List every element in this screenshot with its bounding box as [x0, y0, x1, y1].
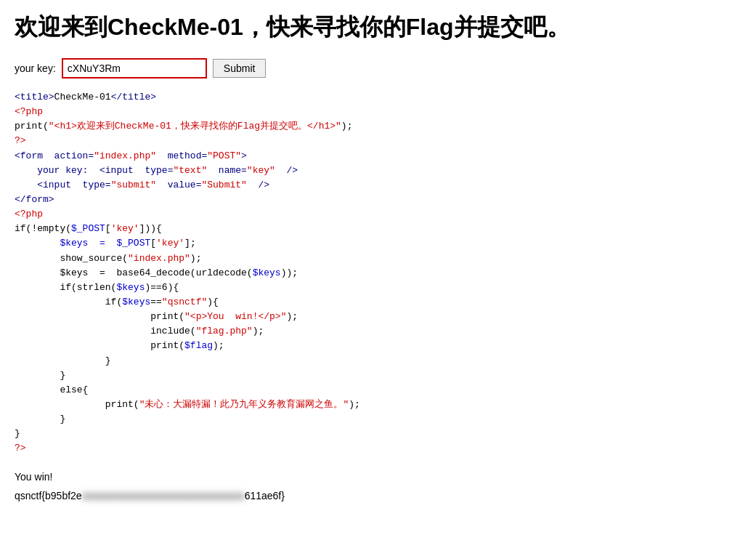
code-token: )); — [281, 267, 298, 278]
source-line: print($flag); — [15, 339, 741, 353]
code-token: $keys = — [15, 238, 116, 249]
code-token: "key" — [247, 165, 275, 176]
code-token: "index.php" — [94, 150, 156, 161]
source-line: <?php — [15, 105, 741, 119]
code-token: "index.php" — [128, 253, 190, 264]
source-line: if(!empty($_POST['key'])){ — [15, 222, 741, 236]
source-line: your key: <input type="text" name="key" … — [15, 164, 741, 178]
code-token: <form action= — [15, 150, 94, 161]
code-token: $keys — [122, 297, 150, 307]
code-token: print( — [15, 121, 49, 132]
code-token: "<h1>欢迎来到CheckMe-01，快来寻找你的Flag并提交吧。</h1>… — [49, 121, 341, 132]
source-line: } — [15, 412, 741, 427]
code-token: ); — [213, 340, 224, 351]
code-token: <input type= — [15, 180, 111, 190]
source-line: if(strlen($keys)==6){ — [15, 281, 741, 295]
source-line: } — [15, 354, 741, 368]
form-label: your key: — [15, 63, 56, 74]
code-token: include( — [15, 326, 196, 337]
code-token: your key: <input type= — [15, 165, 173, 176]
code-token: $keys — [253, 267, 281, 278]
code-token: ){ — [207, 297, 219, 307]
source-line: $keys = $_POST['key']; — [15, 236, 741, 251]
source-line: show_source("index.php"); — [15, 251, 741, 266]
code-token: name= — [207, 165, 247, 176]
source-line: print("<h1>欢迎来到CheckMe-01，快来寻找你的Flag并提交吧… — [15, 119, 741, 134]
source-code-block: <title>CheckMe-01</title><?phpprint("<h1… — [15, 90, 741, 456]
code-token: 'key' — [156, 238, 184, 249]
code-token: print( — [15, 311, 184, 322]
code-token: ); — [253, 326, 264, 337]
flag-text: qsnctf{b95bf2exxxxxxxxxxxxxxxxxxxxxxxxxx… — [15, 490, 741, 501]
source-line: $keys = base64_decode(urldecode($keys)); — [15, 266, 741, 281]
page-title: 欢迎来到CheckMe-01，快来寻找你的Flag并提交吧。 — [15, 12, 741, 44]
you-win-text: You win! — [15, 471, 741, 483]
flag-blurred: xxxxxxxxxxxxxxxxxxxxxxxxxxxxxxxx — [82, 490, 245, 501]
flag-suffix: 611ae6f} — [245, 490, 285, 501]
code-token: CheckMe-01 — [54, 92, 111, 102]
code-token: > — [241, 150, 247, 161]
code-token: } — [15, 428, 20, 439]
source-line: print("<p>You win!</p>"); — [15, 310, 741, 324]
code-token: $flag — [184, 340, 213, 351]
code-token: "<p>You win!</p>" — [184, 311, 286, 322]
flag-prefix: qsnctf{b95bf2e — [15, 490, 82, 501]
source-line: <input type="submit" value="Submit" /> — [15, 178, 741, 193]
code-token: "flag.php" — [196, 326, 253, 337]
result-section: You win! qsnctf{b95bf2exxxxxxxxxxxxxxxxx… — [15, 471, 741, 501]
source-line: ?> — [15, 441, 741, 456]
submit-button[interactable]: Submit — [213, 59, 267, 78]
code-token: ); — [349, 399, 360, 410]
code-token: "qsnctf" — [162, 297, 207, 307]
code-token: } — [15, 370, 65, 381]
source-line: </form> — [15, 193, 741, 207]
code-token: <title> — [15, 92, 54, 102]
source-line: else{ — [15, 383, 741, 398]
code-token: print( — [15, 399, 139, 410]
code-token: [ — [105, 223, 111, 234]
code-token: /> — [247, 180, 269, 190]
key-input[interactable] — [62, 58, 207, 78]
code-token: ); — [341, 121, 353, 132]
code-token: $keys = base64_decode(urldecode( — [15, 267, 253, 278]
code-token: ?> — [15, 135, 26, 146]
source-line: <form action="index.php" method="POST"> — [15, 149, 741, 164]
code-token: "text" — [173, 165, 207, 176]
code-token: else{ — [15, 384, 88, 395]
code-token: } — [15, 414, 65, 424]
code-token: ); — [190, 253, 202, 264]
code-token: ])){ — [139, 223, 162, 234]
code-token: == — [150, 297, 162, 307]
code-token: ?> — [15, 443, 26, 454]
code-token: show_source( — [15, 253, 128, 264]
code-token: print( — [15, 340, 184, 351]
source-line: print("未心：大漏特漏！此乃九年义务教育漏网之鱼。"); — [15, 398, 741, 412]
code-token: <?php — [15, 209, 43, 219]
code-token: )==6){ — [145, 282, 179, 293]
source-line: <title>CheckMe-01</title> — [15, 90, 741, 105]
source-line: <?php — [15, 207, 741, 222]
code-token: } — [15, 355, 111, 366]
code-token: ); — [286, 311, 298, 322]
code-token: "POST" — [207, 150, 241, 161]
code-token: value= — [156, 180, 201, 190]
source-line: if($keys=="qsnctf"){ — [15, 295, 741, 310]
code-token: "未心：大漏特漏！此乃九年义务教育漏网之鱼。" — [139, 399, 349, 410]
source-line: include("flag.php"); — [15, 324, 741, 339]
code-token: [ — [150, 238, 156, 249]
code-token: method= — [156, 150, 207, 161]
code-token: $_POST — [71, 223, 105, 234]
code-token: 'key' — [111, 223, 139, 234]
code-token: if(strlen( — [15, 282, 116, 293]
code-token: </form> — [15, 194, 54, 205]
code-token: if(!empty( — [15, 223, 71, 234]
code-token: <?php — [15, 106, 43, 117]
code-token: if( — [15, 297, 122, 307]
code-token: /> — [275, 165, 298, 176]
code-token: $keys — [116, 282, 145, 293]
key-form: your key: Submit — [15, 58, 741, 78]
code-token: $_POST — [116, 238, 150, 249]
source-line: } — [15, 368, 741, 383]
code-token: </title> — [111, 92, 156, 102]
source-line: ?> — [15, 134, 741, 148]
